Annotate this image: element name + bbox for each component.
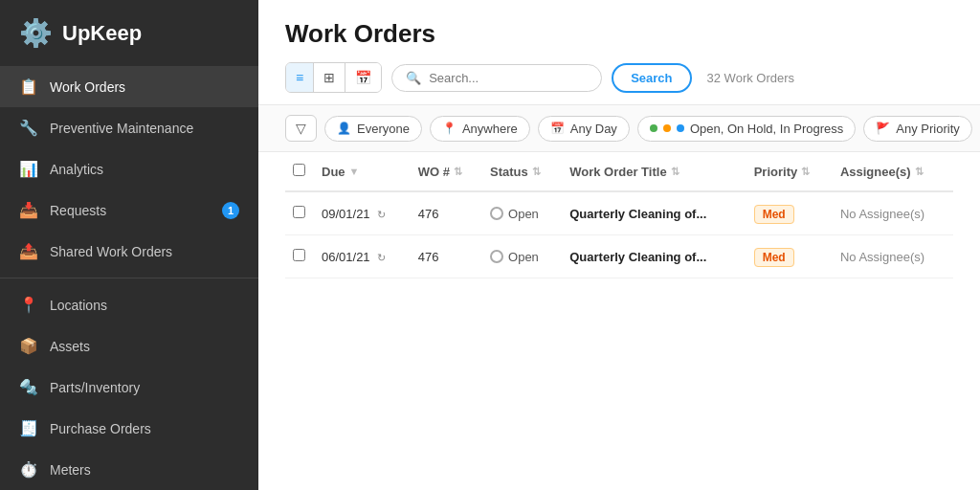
status-filter-button[interactable]: Open, On Hold, In Progress xyxy=(637,116,856,142)
row-1-due: 09/01/21 ↻ xyxy=(314,191,411,235)
open-circle-icon xyxy=(490,207,503,220)
everyone-filter-label: Everyone xyxy=(357,122,410,136)
row-2-title[interactable]: Quarterly Cleaning of... xyxy=(562,235,746,278)
sidebar-label-meters: Meters xyxy=(50,462,91,478)
row-1-assignees: No Assignee(s) xyxy=(833,191,953,235)
row-1-checkbox[interactable] xyxy=(293,206,305,218)
table-header-row: Due ▼ WO # ⇅ Status ⇅ xyxy=(285,152,953,191)
row-2-due: 06/01/21 ↻ xyxy=(314,235,411,278)
work-orders-table: Due ▼ WO # ⇅ Status ⇅ xyxy=(285,152,953,278)
any-priority-filter-label: Any Priority xyxy=(896,122,959,136)
sidebar: ⚙️ UpKeep 📋 Work Orders 🔧 Preventive Mai… xyxy=(0,0,258,490)
search-input[interactable] xyxy=(429,71,588,85)
header-checkbox-cell xyxy=(285,152,314,191)
sidebar-label-locations: Locations xyxy=(50,298,107,313)
calendar-view-button[interactable]: 📅 xyxy=(345,63,381,92)
everyone-filter-button[interactable]: 👤 Everyone xyxy=(324,116,422,142)
sidebar-item-shared-work-orders[interactable]: 📤 Shared Work Orders xyxy=(0,231,258,272)
page-header: Work Orders ≡ ⊞ 📅 🔍 Search 32 Work Order… xyxy=(258,0,980,105)
row-1-checkbox-cell xyxy=(285,191,314,235)
row-1-wo-number: 476 xyxy=(411,191,482,235)
sidebar-label-parts-inventory: Parts/Inventory xyxy=(50,380,140,395)
anywhere-filter-button[interactable]: 📍 Anywhere xyxy=(430,116,530,142)
page-title: Work Orders xyxy=(285,19,953,49)
requests-icon: 📥 xyxy=(19,201,38,219)
header-due[interactable]: Due ▼ xyxy=(314,152,411,191)
header-status[interactable]: Status ⇅ xyxy=(482,152,562,191)
sidebar-label-purchase-orders: Purchase Orders xyxy=(50,421,151,436)
logo-container[interactable]: ⚙️ UpKeep xyxy=(0,0,258,66)
row-2-checkbox-cell xyxy=(285,235,314,278)
toolbar: ≡ ⊞ 📅 🔍 Search 32 Work Orders xyxy=(285,62,953,93)
table-row: 09/01/21 ↻ 476 Open Quarterly Cleaning o… xyxy=(285,191,953,235)
purchase-orders-icon: 🧾 xyxy=(19,419,38,437)
any-day-filter-button[interactable]: 📅 Any Day xyxy=(538,116,630,142)
sidebar-label-requests: Requests xyxy=(50,203,106,218)
sidebar-item-work-orders[interactable]: 📋 Work Orders xyxy=(0,66,258,107)
open-status-dot xyxy=(650,124,657,132)
user-icon: 👤 xyxy=(337,122,351,135)
header-title[interactable]: Work Order Title ⇅ xyxy=(562,152,746,191)
open-circle-icon-2 xyxy=(490,250,503,263)
status-sort-icon: ⇅ xyxy=(532,166,541,178)
list-view-button[interactable]: ≡ xyxy=(286,63,314,92)
meters-icon: ⏱️ xyxy=(19,460,38,479)
row-1-title[interactable]: Quarterly Cleaning of... xyxy=(562,191,746,235)
table-container: Due ▼ WO # ⇅ Status ⇅ xyxy=(258,152,980,490)
row-1-priority: Med xyxy=(746,191,833,235)
row-2-status: Open xyxy=(482,235,562,278)
repeat-icon-2: ↻ xyxy=(377,252,386,263)
table-row: 06/01/21 ↻ 476 Open Quarterly Cleaning o… xyxy=(285,235,953,278)
row-1-status: Open xyxy=(482,191,562,235)
priority-filter-icon: 🚩 xyxy=(876,122,890,135)
main-content: Work Orders ≡ ⊞ 📅 🔍 Search 32 Work Order… xyxy=(258,0,980,490)
sidebar-item-purchase-orders[interactable]: 🧾 Purchase Orders xyxy=(0,408,258,449)
location-filter-icon: 📍 xyxy=(442,122,457,135)
hold-status-dot xyxy=(663,124,671,132)
row-2-assignees: No Assignee(s) xyxy=(833,235,953,278)
filter-toggle-button[interactable]: ▽ xyxy=(285,115,317,142)
sidebar-label-assets: Assets xyxy=(50,339,90,354)
any-day-filter-label: Any Day xyxy=(570,122,617,136)
row-2-priority: Med xyxy=(746,235,833,278)
repeat-icon: ↻ xyxy=(377,209,386,220)
search-icon: 🔍 xyxy=(406,71,421,85)
assets-icon: 📦 xyxy=(19,337,38,355)
sidebar-item-requests[interactable]: 📥 Requests 1 xyxy=(0,189,258,231)
row-2-checkbox[interactable] xyxy=(293,249,305,261)
title-sort-icon: ⇅ xyxy=(671,166,679,178)
sidebar-item-meters[interactable]: ⏱️ Meters xyxy=(0,449,258,490)
header-wo-number[interactable]: WO # ⇅ xyxy=(411,152,482,191)
sidebar-item-preventive-maintenance[interactable]: 🔧 Preventive Maintenance xyxy=(0,107,258,148)
filter-bar: ▽ 👤 Everyone 📍 Anywhere 📅 Any Day Open, … xyxy=(258,105,980,152)
header-assignees[interactable]: Assignee(s) ⇅ xyxy=(833,152,953,191)
any-priority-filter-button[interactable]: 🚩 Any Priority xyxy=(863,116,971,142)
parts-inventory-icon: 🔩 xyxy=(19,378,38,396)
sidebar-label-analytics: Analytics xyxy=(50,162,103,177)
row-2-wo-number: 476 xyxy=(411,235,482,278)
progress-status-dot xyxy=(677,124,684,132)
sidebar-label-work-orders: Work Orders xyxy=(50,79,125,95)
table-body: 09/01/21 ↻ 476 Open Quarterly Cleaning o… xyxy=(285,191,953,278)
logo-icon: ⚙️ xyxy=(19,17,53,49)
analytics-icon: 📊 xyxy=(19,160,38,178)
sidebar-label-preventive-maintenance: Preventive Maintenance xyxy=(50,121,193,136)
select-all-checkbox[interactable] xyxy=(293,164,305,176)
work-orders-count: 32 Work Orders xyxy=(707,71,795,85)
due-sort-icon: ▼ xyxy=(349,166,360,177)
sidebar-nav: 📋 Work Orders 🔧 Preventive Maintenance 📊… xyxy=(0,66,258,490)
grid-view-button[interactable]: ⊞ xyxy=(314,63,345,92)
nav-divider xyxy=(0,278,258,278)
search-container: 🔍 xyxy=(391,64,602,92)
header-priority[interactable]: Priority ⇅ xyxy=(746,152,833,191)
sidebar-item-locations[interactable]: 📍 Locations xyxy=(0,284,258,325)
locations-icon: 📍 xyxy=(19,296,38,314)
search-button[interactable]: Search xyxy=(612,63,691,93)
sidebar-label-shared-work-orders: Shared Work Orders xyxy=(50,244,172,259)
sidebar-item-parts-inventory[interactable]: 🔩 Parts/Inventory xyxy=(0,367,258,408)
anywhere-filter-label: Anywhere xyxy=(462,122,518,136)
preventive-maintenance-icon: 🔧 xyxy=(19,119,38,137)
wo-sort-icon: ⇅ xyxy=(454,166,462,178)
sidebar-item-analytics[interactable]: 📊 Analytics xyxy=(0,148,258,189)
sidebar-item-assets[interactable]: 📦 Assets xyxy=(0,325,258,367)
